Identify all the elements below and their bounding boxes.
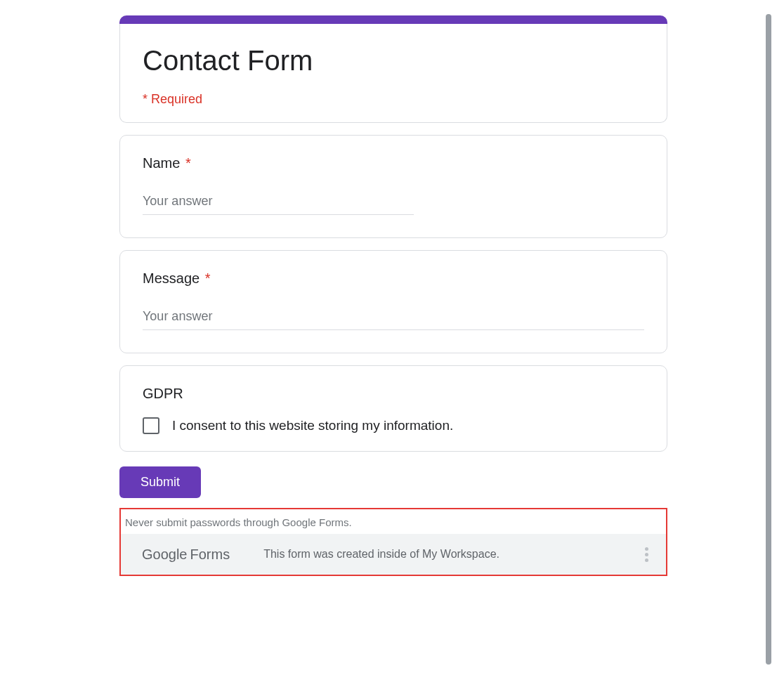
required-asterisk: * — [185, 155, 191, 171]
workspace-created-text: This form was created inside of My Works… — [263, 548, 499, 561]
question-card-name: Name * — [119, 135, 667, 238]
message-input[interactable] — [143, 306, 644, 330]
gdpr-option-row[interactable]: I consent to this website storing my inf… — [143, 417, 644, 434]
question-label-name: Name * — [143, 155, 644, 171]
question-label-message: Message * — [143, 270, 644, 287]
form-title: Contact Form — [143, 45, 644, 77]
footer-highlight-box: Never submit passwords through Google Fo… — [119, 508, 667, 576]
logo-forms-text: Forms — [190, 547, 230, 563]
required-asterisk: * — [205, 270, 211, 286]
question-card-message: Message * — [119, 250, 667, 353]
question-label-gdpr: GDPR — [143, 386, 644, 402]
gdpr-checkbox[interactable] — [143, 417, 159, 434]
question-text-message: Message — [143, 270, 200, 286]
logo-google-text: Google — [142, 547, 188, 563]
google-forms-logo[interactable]: Google Forms — [142, 547, 230, 563]
scrollbar[interactable] — [766, 14, 771, 665]
more-options-icon[interactable] — [638, 546, 655, 563]
question-card-gdpr: GDPR I consent to this website storing m… — [119, 365, 667, 452]
required-note: * Required — [143, 92, 644, 107]
question-text-name: Name — [143, 155, 180, 171]
password-warning-text: Never submit passwords through Google Fo… — [121, 509, 666, 534]
footer-bar: Google Forms This form was created insid… — [121, 534, 666, 575]
submit-button[interactable]: Submit — [119, 466, 201, 498]
gdpr-option-text: I consent to this website storing my inf… — [172, 418, 453, 433]
form-header-card: Contact Form * Required — [119, 15, 667, 123]
name-input[interactable] — [143, 191, 414, 215]
